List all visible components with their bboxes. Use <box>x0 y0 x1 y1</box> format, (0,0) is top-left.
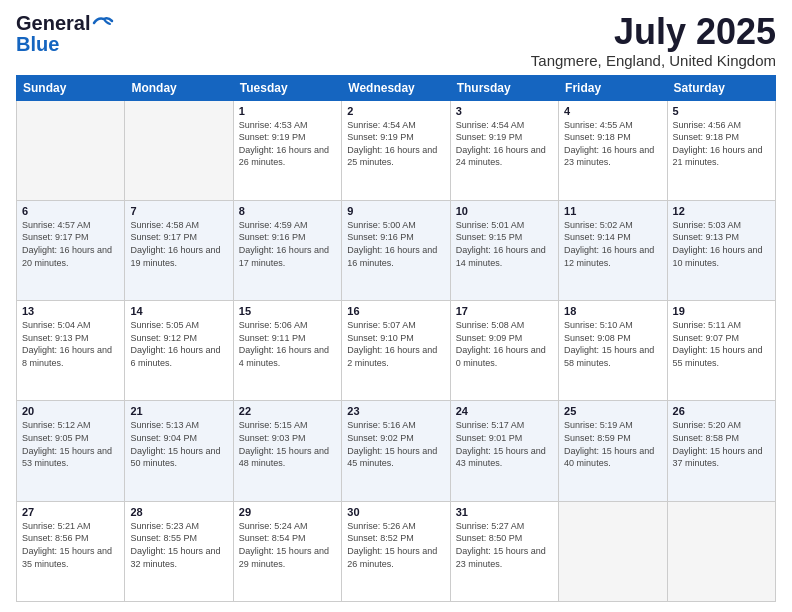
table-row: 17Sunrise: 5:08 AMSunset: 9:09 PMDayligh… <box>450 301 558 401</box>
logo-bird-icon <box>92 15 114 31</box>
table-row: 24Sunrise: 5:17 AMSunset: 9:01 PMDayligh… <box>450 401 558 501</box>
day-info: Sunrise: 4:54 AMSunset: 9:19 PMDaylight:… <box>347 119 444 169</box>
table-row: 27Sunrise: 5:21 AMSunset: 8:56 PMDayligh… <box>17 501 125 601</box>
day-info: Sunrise: 4:55 AMSunset: 9:18 PMDaylight:… <box>564 119 661 169</box>
day-info: Sunrise: 5:02 AMSunset: 9:14 PMDaylight:… <box>564 219 661 269</box>
day-number: 22 <box>239 405 336 417</box>
day-number: 15 <box>239 305 336 317</box>
calendar-week-row: 20Sunrise: 5:12 AMSunset: 9:05 PMDayligh… <box>17 401 776 501</box>
day-number: 29 <box>239 506 336 518</box>
day-number: 16 <box>347 305 444 317</box>
day-info: Sunrise: 5:13 AMSunset: 9:04 PMDaylight:… <box>130 419 227 469</box>
day-info: Sunrise: 5:11 AMSunset: 9:07 PMDaylight:… <box>673 319 770 369</box>
table-row: 15Sunrise: 5:06 AMSunset: 9:11 PMDayligh… <box>233 301 341 401</box>
table-row: 20Sunrise: 5:12 AMSunset: 9:05 PMDayligh… <box>17 401 125 501</box>
table-row: 26Sunrise: 5:20 AMSunset: 8:58 PMDayligh… <box>667 401 775 501</box>
day-number: 10 <box>456 205 553 217</box>
calendar-week-row: 6Sunrise: 4:57 AMSunset: 9:17 PMDaylight… <box>17 200 776 300</box>
day-info: Sunrise: 4:54 AMSunset: 9:19 PMDaylight:… <box>456 119 553 169</box>
day-number: 26 <box>673 405 770 417</box>
header: General Blue July 2025 Tangmere, England… <box>16 12 776 69</box>
day-info: Sunrise: 5:16 AMSunset: 9:02 PMDaylight:… <box>347 419 444 469</box>
header-monday: Monday <box>125 75 233 100</box>
calendar-week-row: 13Sunrise: 5:04 AMSunset: 9:13 PMDayligh… <box>17 301 776 401</box>
page: General Blue July 2025 Tangmere, England… <box>0 0 792 612</box>
table-row: 8Sunrise: 4:59 AMSunset: 9:16 PMDaylight… <box>233 200 341 300</box>
table-row: 28Sunrise: 5:23 AMSunset: 8:55 PMDayligh… <box>125 501 233 601</box>
day-number: 3 <box>456 105 553 117</box>
table-row: 11Sunrise: 5:02 AMSunset: 9:14 PMDayligh… <box>559 200 667 300</box>
day-info: Sunrise: 4:56 AMSunset: 9:18 PMDaylight:… <box>673 119 770 169</box>
day-number: 31 <box>456 506 553 518</box>
subtitle: Tangmere, England, United Kingdom <box>531 52 776 69</box>
table-row: 14Sunrise: 5:05 AMSunset: 9:12 PMDayligh… <box>125 301 233 401</box>
day-info: Sunrise: 5:00 AMSunset: 9:16 PMDaylight:… <box>347 219 444 269</box>
table-row: 31Sunrise: 5:27 AMSunset: 8:50 PMDayligh… <box>450 501 558 601</box>
day-number: 4 <box>564 105 661 117</box>
table-row: 3Sunrise: 4:54 AMSunset: 9:19 PMDaylight… <box>450 100 558 200</box>
table-row: 30Sunrise: 5:26 AMSunset: 8:52 PMDayligh… <box>342 501 450 601</box>
day-number: 13 <box>22 305 119 317</box>
day-info: Sunrise: 5:24 AMSunset: 8:54 PMDaylight:… <box>239 520 336 570</box>
day-number: 28 <box>130 506 227 518</box>
day-info: Sunrise: 5:27 AMSunset: 8:50 PMDaylight:… <box>456 520 553 570</box>
table-row: 6Sunrise: 4:57 AMSunset: 9:17 PMDaylight… <box>17 200 125 300</box>
table-row: 13Sunrise: 5:04 AMSunset: 9:13 PMDayligh… <box>17 301 125 401</box>
title-block: July 2025 Tangmere, England, United King… <box>531 12 776 69</box>
day-info: Sunrise: 5:01 AMSunset: 9:15 PMDaylight:… <box>456 219 553 269</box>
day-number: 6 <box>22 205 119 217</box>
table-row: 5Sunrise: 4:56 AMSunset: 9:18 PMDaylight… <box>667 100 775 200</box>
table-row: 4Sunrise: 4:55 AMSunset: 9:18 PMDaylight… <box>559 100 667 200</box>
day-number: 12 <box>673 205 770 217</box>
day-number: 27 <box>22 506 119 518</box>
table-row <box>559 501 667 601</box>
day-number: 9 <box>347 205 444 217</box>
day-info: Sunrise: 5:10 AMSunset: 9:08 PMDaylight:… <box>564 319 661 369</box>
header-sunday: Sunday <box>17 75 125 100</box>
day-number: 17 <box>456 305 553 317</box>
table-row: 18Sunrise: 5:10 AMSunset: 9:08 PMDayligh… <box>559 301 667 401</box>
day-number: 7 <box>130 205 227 217</box>
day-number: 1 <box>239 105 336 117</box>
day-info: Sunrise: 5:23 AMSunset: 8:55 PMDaylight:… <box>130 520 227 570</box>
table-row: 21Sunrise: 5:13 AMSunset: 9:04 PMDayligh… <box>125 401 233 501</box>
table-row: 2Sunrise: 4:54 AMSunset: 9:19 PMDaylight… <box>342 100 450 200</box>
header-wednesday: Wednesday <box>342 75 450 100</box>
day-info: Sunrise: 5:17 AMSunset: 9:01 PMDaylight:… <box>456 419 553 469</box>
day-info: Sunrise: 5:06 AMSunset: 9:11 PMDaylight:… <box>239 319 336 369</box>
day-number: 2 <box>347 105 444 117</box>
day-info: Sunrise: 5:03 AMSunset: 9:13 PMDaylight:… <box>673 219 770 269</box>
day-info: Sunrise: 5:05 AMSunset: 9:12 PMDaylight:… <box>130 319 227 369</box>
table-row: 23Sunrise: 5:16 AMSunset: 9:02 PMDayligh… <box>342 401 450 501</box>
day-info: Sunrise: 5:19 AMSunset: 8:59 PMDaylight:… <box>564 419 661 469</box>
day-info: Sunrise: 4:58 AMSunset: 9:17 PMDaylight:… <box>130 219 227 269</box>
day-number: 5 <box>673 105 770 117</box>
calendar-week-row: 27Sunrise: 5:21 AMSunset: 8:56 PMDayligh… <box>17 501 776 601</box>
table-row <box>125 100 233 200</box>
header-saturday: Saturday <box>667 75 775 100</box>
day-info: Sunrise: 5:15 AMSunset: 9:03 PMDaylight:… <box>239 419 336 469</box>
day-number: 19 <box>673 305 770 317</box>
day-info: Sunrise: 5:07 AMSunset: 9:10 PMDaylight:… <box>347 319 444 369</box>
logo-blue: Blue <box>16 33 59 56</box>
table-row: 16Sunrise: 5:07 AMSunset: 9:10 PMDayligh… <box>342 301 450 401</box>
table-row <box>17 100 125 200</box>
header-thursday: Thursday <box>450 75 558 100</box>
table-row: 1Sunrise: 4:53 AMSunset: 9:19 PMDaylight… <box>233 100 341 200</box>
day-number: 18 <box>564 305 661 317</box>
table-row: 10Sunrise: 5:01 AMSunset: 9:15 PMDayligh… <box>450 200 558 300</box>
table-row: 9Sunrise: 5:00 AMSunset: 9:16 PMDaylight… <box>342 200 450 300</box>
table-row: 12Sunrise: 5:03 AMSunset: 9:13 PMDayligh… <box>667 200 775 300</box>
day-number: 25 <box>564 405 661 417</box>
day-number: 14 <box>130 305 227 317</box>
table-row: 19Sunrise: 5:11 AMSunset: 9:07 PMDayligh… <box>667 301 775 401</box>
day-info: Sunrise: 5:26 AMSunset: 8:52 PMDaylight:… <box>347 520 444 570</box>
header-tuesday: Tuesday <box>233 75 341 100</box>
day-number: 23 <box>347 405 444 417</box>
table-row: 7Sunrise: 4:58 AMSunset: 9:17 PMDaylight… <box>125 200 233 300</box>
calendar-table: Sunday Monday Tuesday Wednesday Thursday… <box>16 75 776 602</box>
header-friday: Friday <box>559 75 667 100</box>
day-number: 21 <box>130 405 227 417</box>
day-number: 8 <box>239 205 336 217</box>
day-info: Sunrise: 5:21 AMSunset: 8:56 PMDaylight:… <box>22 520 119 570</box>
